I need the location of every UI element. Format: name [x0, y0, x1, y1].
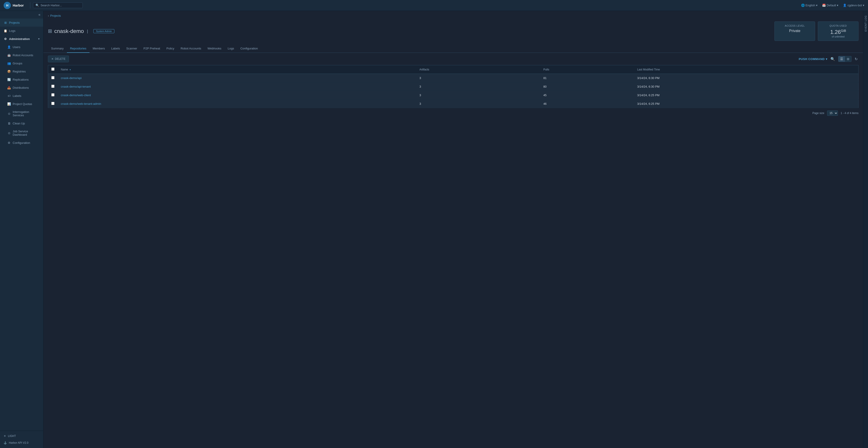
event-log-label[interactable]: EVENT LOG: [864, 15, 867, 32]
logo[interactable]: H Harbor: [4, 2, 24, 9]
content-area: ‹ Projects ⊞ cnask-demo | System Admin A…: [43, 11, 863, 448]
sidebar-item-clean-up[interactable]: 🗑 Clean Up: [4, 119, 43, 127]
sidebar-toggle[interactable]: «: [0, 11, 43, 19]
event-log-sidebar[interactable]: EVENT LOG: [863, 11, 868, 448]
row-last-modified: 3/14/24, 6:25 PM: [634, 100, 859, 108]
sidebar-item-projects[interactable]: ⊞ Projects: [0, 19, 43, 27]
breadcrumb: ‹ Projects: [43, 11, 863, 20]
sidebar-item-label: Distributions: [13, 86, 29, 90]
column-name: Name ▾: [58, 65, 416, 74]
row-pulls: 46: [540, 100, 634, 108]
logo-text: Harbor: [13, 3, 24, 7]
select-all-cell: [48, 65, 58, 74]
row-pulls: 80: [540, 82, 634, 91]
sidebar-item-interrogation-services[interactable]: ⊙ Interrogation Services: [4, 108, 43, 119]
sidebar-item-groups[interactable]: 👥 Groups: [4, 59, 43, 67]
quota-card: Quota used 1.26GiB of unlimited: [818, 22, 859, 41]
projects-icon: ⊞: [4, 21, 7, 24]
delete-button[interactable]: ✕ DELETE: [48, 56, 69, 62]
tab-summary[interactable]: Summary: [48, 44, 67, 53]
row-name: cnask-demo/api: [58, 74, 416, 82]
sidebar-item-robot-accounts[interactable]: 🤖 Robot Accounts: [4, 51, 43, 59]
distributions-icon: 📤: [7, 86, 11, 90]
breadcrumb-arrow: ‹: [48, 14, 49, 18]
push-command-button[interactable]: PUSH COMMAND ▾: [799, 57, 827, 61]
repo-link[interactable]: cnask-demo/api-tenant: [61, 85, 91, 88]
sidebar-item-project-quotas[interactable]: 📊 Project Quotas: [4, 100, 43, 108]
tab-logs[interactable]: Logs: [224, 44, 237, 53]
row-checkbox[interactable]: [51, 85, 55, 88]
repo-link[interactable]: cnask-demo/web-client: [61, 94, 91, 97]
list-view-button[interactable]: ☰: [838, 56, 845, 62]
tab-p2p-preheat[interactable]: P2P Preheat: [141, 44, 163, 53]
sidebar: « ⊞ Projects 📋 Logs ⚙ Administration ▾ 👤…: [0, 11, 43, 448]
tab-policy[interactable]: Policy: [163, 44, 178, 53]
tab-members[interactable]: Members: [90, 44, 108, 53]
sidebar-section-administration[interactable]: ⚙ Administration ▾: [0, 35, 43, 43]
cleanup-icon: 🗑: [7, 122, 11, 125]
row-name: cnask-demo/api-tenant: [58, 82, 416, 91]
row-checkbox[interactable]: [51, 93, 55, 96]
logo-icon: H: [4, 2, 11, 9]
repo-link[interactable]: cnask-demo/api: [61, 76, 82, 80]
tab-robot-accounts[interactable]: Robot Accounts: [178, 44, 204, 53]
sidebar-item-job-service-dashboard[interactable]: ⊙ Job Service Dashboard: [4, 127, 43, 139]
sidebar-item-label: Labels: [13, 94, 21, 98]
sidebar-item-labels[interactable]: 🏷 Labels: [4, 92, 43, 100]
row-checkbox[interactable]: [51, 76, 55, 79]
row-checkbox[interactable]: [51, 102, 55, 105]
row-name: cnask-demo/web-tenant-admin: [58, 100, 416, 108]
main-layout: « ⊞ Projects 📋 Logs ⚙ Administration ▾ 👤…: [0, 11, 868, 448]
navbar: H Harbor 🔍 Search Harbor... 🌐 English ▾ …: [0, 0, 868, 11]
system-admin-badge: System Admin: [93, 29, 114, 33]
job-dashboard-icon: ⊙: [7, 131, 11, 135]
tab-configuration[interactable]: Configuration: [237, 44, 261, 53]
search-icon: 🔍: [35, 4, 39, 7]
select-all-checkbox[interactable]: [51, 68, 55, 71]
page-title: cnask-demo: [54, 28, 84, 34]
sidebar-item-label: Clean Up: [13, 122, 25, 125]
grid-view-button[interactable]: ⊞: [845, 56, 851, 62]
sidebar-item-replications[interactable]: 🔄 Replications: [4, 75, 43, 83]
name-sort-icon[interactable]: ▾: [70, 68, 71, 71]
config-icon: ⚙: [7, 141, 11, 144]
refresh-button[interactable]: ↻: [854, 56, 859, 62]
sidebar-item-label: Logs: [9, 29, 16, 33]
sidebar-footer-light[interactable]: ☀ LIGHT: [0, 433, 43, 440]
row-pulls: 81: [540, 74, 634, 82]
interrogation-icon: ⊙: [7, 112, 11, 115]
pagination: Page size 15 25 50 1 - 4 of 4 items: [43, 108, 863, 118]
search-box[interactable]: 🔍 Search Harbor...: [33, 2, 83, 8]
navbar-divider: [30, 2, 30, 8]
tab-scanner[interactable]: Scanner: [123, 44, 140, 53]
toolbar: ✕ DELETE PUSH COMMAND ▾ 🔍 ☰ ⊞ ↻: [43, 53, 863, 65]
sidebar-item-label: Interrogation Services: [13, 110, 39, 117]
sidebar-item-label: Registries: [13, 70, 26, 73]
column-pulls: Pulls: [540, 65, 634, 74]
sidebar-item-configuration[interactable]: ⚙ Configuration: [4, 139, 43, 147]
sidebar-item-users[interactable]: 👤 Users: [4, 43, 43, 51]
page-size-select[interactable]: 15 25 50: [827, 110, 838, 116]
project-selector[interactable]: 📅 Default ▾: [822, 4, 838, 7]
row-checkbox-cell: [48, 82, 58, 91]
access-level-title: Access Level: [780, 24, 809, 27]
sidebar-item-registries[interactable]: 📦 Registries: [4, 67, 43, 75]
user-icon: 👤: [843, 4, 846, 7]
project-title-icon: ⊞: [48, 28, 52, 34]
tab-labels[interactable]: Labels: [108, 44, 123, 53]
search-button[interactable]: 🔍: [830, 56, 836, 62]
sidebar-item-logs[interactable]: 📋 Logs: [0, 27, 43, 35]
navbar-right: 🌐 English ▾ 📅 Default ▾ 👤 cgdevx-bot ▾: [801, 4, 864, 7]
tab-repositories[interactable]: Repositories: [67, 44, 90, 53]
language-selector[interactable]: 🌐 English ▾: [801, 4, 818, 7]
sidebar-footer-api[interactable]: ⚓ Harbor API V2.0: [0, 440, 43, 446]
tab-webhooks[interactable]: Webhooks: [204, 44, 224, 53]
sidebar-item-distributions[interactable]: 📤 Distributions: [4, 83, 43, 92]
info-cards: Access Level Private Quota used 1.26GiB …: [774, 22, 859, 41]
row-artifacts: 3: [416, 100, 540, 108]
sidebar-item-label: Configuration: [13, 141, 30, 144]
breadcrumb-link[interactable]: Projects: [50, 14, 61, 18]
user-menu[interactable]: 👤 cgdevx-bot ▾: [843, 4, 864, 7]
sidebar-item-label: Projects: [9, 21, 20, 24]
repo-link[interactable]: cnask-demo/web-tenant-admin: [61, 102, 101, 105]
